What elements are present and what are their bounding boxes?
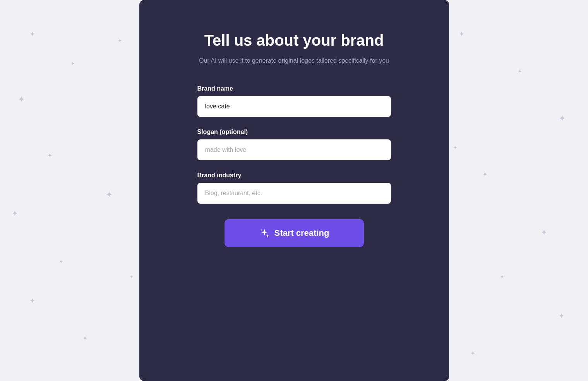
sparkle-icon: ✦ <box>18 95 25 104</box>
main-card: Tell us about your brand Our AI will use… <box>139 0 449 381</box>
sparkle-icon: ✦ <box>559 312 564 319</box>
slogan-input[interactable] <box>197 139 391 160</box>
brand-industry-group: Brand industry <box>197 172 391 204</box>
sparkle-icon: ✦ <box>118 38 122 43</box>
sparkle-icon: ✦ <box>29 297 35 304</box>
slogan-label: Slogan (optional) <box>197 129 391 136</box>
page-subtitle: Our AI will use it to generate original … <box>199 56 389 66</box>
card-header: Tell us about your brand Our AI will use… <box>199 31 389 66</box>
sparkle-icon: ✦ <box>470 350 475 357</box>
brand-form: Brand name Slogan (optional) Brand indus… <box>197 85 391 204</box>
brand-name-label: Brand name <box>197 85 391 92</box>
sparkle-icon: ✦ <box>59 259 63 264</box>
start-creating-label: Start creating <box>274 228 329 238</box>
brand-industry-input[interactable] <box>197 183 391 204</box>
sparkle-icon: ✦ <box>82 335 87 342</box>
start-creating-button[interactable]: Start creating <box>225 219 364 247</box>
sparkle-icon: ✦ <box>518 69 522 74</box>
sparkle-icon: ✦ <box>47 153 52 159</box>
brand-name-group: Brand name <box>197 85 391 117</box>
sparkle-icon: ✦ <box>559 114 566 123</box>
slogan-group: Slogan (optional) <box>197 129 391 160</box>
sparkle-icon: ✦ <box>453 145 458 150</box>
sparkle-icon: ✦ <box>500 274 504 280</box>
sparkle-icon: ✦ <box>129 274 134 280</box>
sparkle-icon: ✦ <box>541 228 547 236</box>
page-title: Tell us about your brand <box>199 31 389 50</box>
sparkles-icon <box>259 228 270 239</box>
sparkle-icon: ✦ <box>459 31 465 38</box>
brand-industry-label: Brand industry <box>197 172 391 179</box>
sparkle-icon: ✦ <box>482 172 487 178</box>
sparkle-icon: ✦ <box>106 190 113 199</box>
sparkle-icon: ✦ <box>70 61 75 66</box>
brand-name-input[interactable] <box>197 96 391 117</box>
sparkle-icon: ✦ <box>29 31 35 38</box>
sparkle-icon: ✦ <box>12 209 18 217</box>
